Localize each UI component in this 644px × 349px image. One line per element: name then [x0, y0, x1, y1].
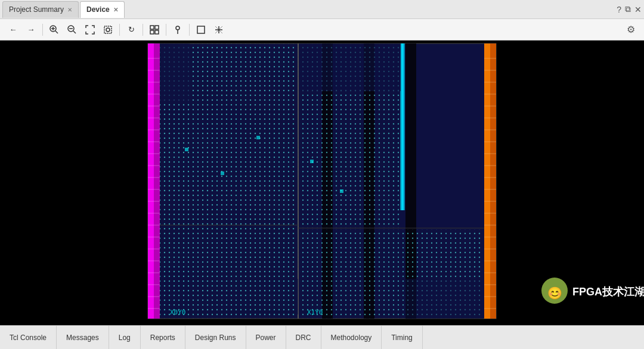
svg-text:X1Y0: X1Y0	[307, 309, 323, 316]
zoom-select-button[interactable]	[100, 21, 116, 38]
svg-point-8	[106, 28, 110, 32]
toolbar-separator-3	[143, 24, 143, 36]
refresh-button[interactable]: ↻	[123, 21, 140, 38]
tab-close-project-summary[interactable]: ✕	[67, 7, 72, 13]
cross-select-button[interactable]	[210, 21, 227, 38]
svg-rect-9	[150, 26, 154, 29]
svg-rect-7	[104, 26, 112, 33]
svg-text:X0Y0: X0Y0	[170, 309, 186, 316]
bottom-tab-reports[interactable]: Reports	[141, 326, 185, 349]
svg-rect-19	[148, 43, 154, 319]
pin-button[interactable]	[169, 21, 186, 38]
settings-button[interactable]: ⚙	[623, 21, 639, 38]
bottom-tab-tcl-console[interactable]: Tcl Console	[0, 326, 57, 349]
svg-text:😊: 😊	[547, 286, 562, 300]
fit-button[interactable]	[82, 21, 98, 38]
title-bar: Project Summary ✕ Device ✕ ? ⧉ ✕	[0, 0, 644, 19]
tab-label: Project Summary	[9, 5, 64, 14]
svg-line-1	[55, 31, 58, 33]
svg-rect-95	[340, 189, 343, 193]
bottom-tabs: Tcl Console Messages Log Reports Design …	[0, 325, 644, 349]
window-actions: ? ⧉ ✕	[617, 4, 642, 14]
close-button[interactable]: ✕	[634, 5, 642, 14]
svg-rect-91	[185, 148, 188, 151]
bottom-tab-timing[interactable]: Timing	[382, 326, 423, 349]
svg-rect-12	[155, 30, 159, 34]
tab-device[interactable]: Device ✕	[80, 1, 125, 18]
back-button[interactable]: ←	[5, 21, 21, 38]
forward-button[interactable]: →	[23, 21, 39, 38]
svg-line-5	[73, 31, 76, 33]
svg-rect-15	[197, 26, 205, 33]
toolbar-separator-5	[189, 24, 190, 36]
toolbar-separator-2	[119, 24, 120, 36]
route-button[interactable]	[146, 21, 163, 38]
tab-label: Device	[86, 5, 110, 14]
svg-point-13	[176, 26, 179, 30]
bottom-tab-drc[interactable]: DRC	[286, 326, 321, 349]
svg-rect-94	[310, 160, 314, 163]
svg-rect-10	[155, 26, 159, 29]
toolbar-separator-4	[166, 24, 166, 36]
zoom-in-button[interactable]	[46, 21, 63, 38]
svg-rect-44	[484, 43, 490, 319]
toolbar-separator-1	[42, 24, 43, 36]
svg-rect-45	[490, 43, 496, 319]
svg-rect-73	[401, 43, 404, 210]
toolbar: ← → ↻ ⚙	[0, 19, 644, 40]
main-content: X0Y0 X1Y0 😊 FPGA技术江湖	[0, 40, 644, 325]
zoom-out-button[interactable]	[64, 21, 80, 38]
svg-rect-11	[150, 30, 154, 34]
svg-rect-20	[154, 43, 160, 319]
svg-rect-83	[160, 43, 190, 103]
svg-rect-93	[256, 136, 260, 139]
bottom-tab-log[interactable]: Log	[109, 326, 141, 349]
svg-text:FPGA技术江湖: FPGA技术江湖	[572, 286, 644, 298]
rect-select-button[interactable]	[193, 21, 209, 38]
help-button[interactable]: ?	[617, 5, 621, 14]
svg-rect-88	[160, 226, 298, 319]
tab-close-device[interactable]: ✕	[113, 7, 118, 13]
bottom-tab-power[interactable]: Power	[246, 326, 286, 349]
restore-button[interactable]: ⧉	[625, 4, 631, 14]
svg-rect-92	[221, 172, 224, 175]
tab-project-summary[interactable]: Project Summary ✕	[2, 1, 79, 18]
bottom-tab-methodology[interactable]: Methodology	[321, 326, 382, 349]
bottom-tab-design-runs[interactable]: Design Runs	[185, 326, 246, 349]
svg-rect-87	[299, 43, 401, 91]
svg-rect-90	[405, 279, 483, 319]
bottom-tab-messages[interactable]: Messages	[57, 326, 109, 349]
